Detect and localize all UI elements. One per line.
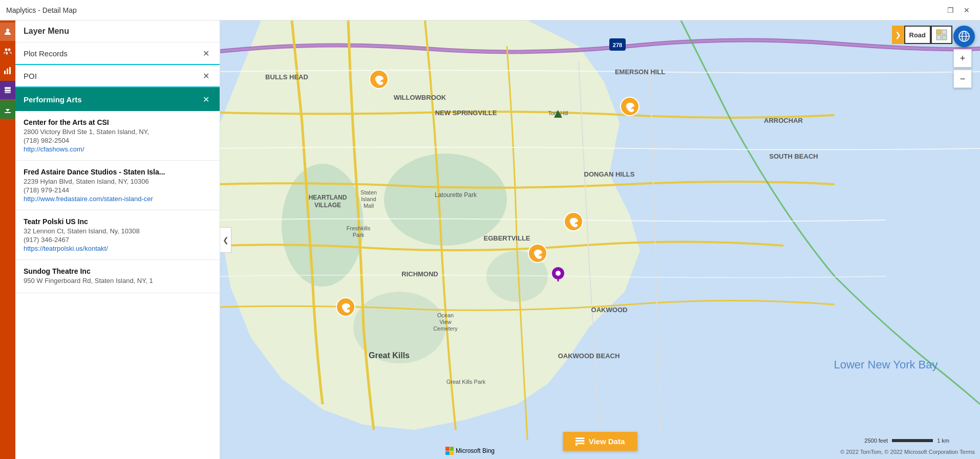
svg-text:OAKWOOD: OAKWOOD <box>591 306 628 314</box>
poi-item-url[interactable]: https://teatrpolski.us/kontakt/ <box>24 245 211 252</box>
sidebar-icon-person[interactable] <box>0 23 15 41</box>
svg-rect-7 <box>5 90 11 92</box>
svg-text:DONGAN HILLS: DONGAN HILLS <box>584 170 635 178</box>
collapse-panel-button[interactable]: ❮ <box>220 227 231 253</box>
svg-text:Cemetery: Cemetery <box>433 325 458 332</box>
svg-text:HEARTLAND: HEARTLAND <box>309 194 347 201</box>
layer-menu-title: Layer Menu <box>24 27 69 35</box>
svg-rect-4 <box>7 69 8 74</box>
svg-text:Ocean: Ocean <box>437 312 454 318</box>
layer-menu-header: Layer Menu <box>15 20 220 42</box>
scale-2500ft-label: 2500 feet <box>864 438 888 444</box>
map-area[interactable]: 278 Lower New York Bay BULLS HEAD WILLOW… <box>220 20 980 459</box>
svg-text:SOUTH BEACH: SOUTH BEACH <box>769 152 818 160</box>
svg-rect-3 <box>4 71 6 74</box>
map-background: 278 Lower New York Bay BULLS HEAD WILLOW… <box>220 20 980 459</box>
sidebar-icon-group[interactable] <box>0 42 15 60</box>
poi-item: Center for the Arts at CSI 2800 Victory … <box>15 111 220 161</box>
plot-records-label: Plot Records <box>24 49 68 58</box>
map-type-icon[interactable] <box>931 26 952 44</box>
svg-text:BULLS HEAD: BULLS HEAD <box>265 73 308 81</box>
svg-text:ARROCHAR: ARROCHAR <box>764 117 803 124</box>
copyright-text: © 2022 TomTom, © 2022 Microsoft Corporat… <box>840 449 975 455</box>
svg-rect-59 <box>576 440 585 442</box>
scale-1km-label: 1 km <box>937 438 949 444</box>
svg-text:EMERSON HILL: EMERSON HILL <box>615 68 665 76</box>
poi-item-name: Center for the Arts at CSI <box>24 118 211 126</box>
plot-records-close-button[interactable]: ✕ <box>200 48 211 59</box>
sidebar-icon-download[interactable] <box>0 100 15 119</box>
close-button[interactable]: ✕ <box>960 3 974 17</box>
performing-arts-close-button[interactable]: ✕ <box>200 94 211 105</box>
title-bar: Maplytics - Detail Map ❐ ✕ <box>0 0 980 20</box>
svg-rect-58 <box>576 438 585 439</box>
svg-rect-54 <box>936 35 941 40</box>
svg-text:Latourette Park: Latourette Park <box>435 191 477 199</box>
main-layout: Layer Menu Plot Records ✕ POI ✕ Performi… <box>0 20 980 459</box>
view-data-label: View Data <box>589 437 625 446</box>
zoom-in-button[interactable]: + <box>953 49 972 68</box>
plot-records-row: Plot Records ✕ <box>15 42 220 65</box>
poi-item-address: 2800 Victory Blvd Ste 1, Staten Island, … <box>24 128 211 136</box>
poi-item-name: Sundog Theatre Inc <box>24 267 211 275</box>
poi-item-name: Teatr Polski US Inc <box>24 217 211 226</box>
poi-row: POI ✕ <box>15 65 220 88</box>
poi-item-phone: (718) 979-2144 <box>24 186 211 194</box>
title-bar-content: Maplytics - Detail Map <box>6 6 77 14</box>
svg-point-2 <box>8 49 11 51</box>
svg-text:EGBERTVILLE: EGBERTVILLE <box>483 234 530 242</box>
svg-point-1 <box>5 49 8 51</box>
svg-rect-60 <box>576 443 585 444</box>
poi-label: POI <box>24 72 37 80</box>
sidebar-icon-chart[interactable] <box>0 61 15 80</box>
poi-list: Center for the Arts at CSI 2800 Victory … <box>15 111 220 459</box>
svg-rect-55 <box>942 35 947 40</box>
svg-text:VILLAGE: VILLAGE <box>314 202 341 209</box>
svg-text:Lower New York Bay: Lower New York Bay <box>834 358 938 371</box>
expand-arrow-button[interactable]: ❯ <box>892 26 904 44</box>
poi-item-url[interactable]: http://cfashows.com/ <box>24 145 211 153</box>
svg-point-51 <box>556 271 561 276</box>
poi-item: Teatr Polski US Inc 32 Lennon Ct, Staten… <box>15 210 220 260</box>
svg-text:Great Kills: Great Kills <box>369 351 410 360</box>
poi-item-address: 32 Lennon Ct, Staten Island, Ny, 10308 <box>24 227 211 235</box>
svg-point-13 <box>384 154 507 246</box>
map-controls: + − <box>953 26 975 88</box>
sidebar-icon-layers[interactable] <box>0 81 15 99</box>
poi-item: Sundog Theatre Inc 950 W Fingerboard Rd,… <box>15 260 220 293</box>
road-control: ❯ Road <box>892 26 953 44</box>
road-view-button[interactable]: Road <box>904 26 931 44</box>
scale-bar-feet <box>892 439 933 442</box>
poi-item-name: Fred Astaire Dance Studios - Staten Isla… <box>24 168 211 176</box>
zoom-out-button[interactable]: − <box>953 70 972 88</box>
svg-point-0 <box>6 29 9 32</box>
microsoft-logo <box>445 447 454 455</box>
svg-text:WILLOWBROOK: WILLOWBROOK <box>394 94 446 101</box>
poi-item-url[interactable]: http://www.fredastaire.com/staten-island… <box>24 195 211 203</box>
poi-close-button[interactable]: ✕ <box>200 70 211 81</box>
svg-text:RICHMOND: RICHMOND <box>401 270 438 278</box>
svg-text:View: View <box>439 319 452 325</box>
performing-arts-header: Performing Arts ✕ <box>15 88 220 111</box>
svg-text:Island: Island <box>361 196 376 202</box>
poi-item-address: 2239 Hylan Blvd, Staten Island, NY, 1030… <box>24 178 211 185</box>
globe-button[interactable] <box>953 26 975 47</box>
svg-text:Mall: Mall <box>364 203 374 209</box>
svg-rect-52 <box>936 30 941 34</box>
scale-bar: 2500 feet 1 km <box>864 438 949 444</box>
svg-rect-61 <box>576 444 578 446</box>
poi-item-address: 950 W Fingerboard Rd, Staten Island, NY,… <box>24 277 211 285</box>
svg-rect-9 <box>5 112 11 113</box>
app-title: Maplytics - Detail Map <box>6 6 77 14</box>
bing-logo: Microsoft Bing <box>445 447 495 455</box>
sidebar-icons <box>0 20 15 459</box>
svg-text:Freshkills: Freshkills <box>347 225 371 231</box>
poi-item-phone: (718) 982-2504 <box>24 137 211 144</box>
performing-arts-title: Performing Arts <box>24 95 82 104</box>
svg-rect-5 <box>9 67 11 74</box>
poi-item: Fred Astaire Dance Studios - Staten Isla… <box>15 161 220 210</box>
poi-item-phone: (917) 346-2467 <box>24 236 211 244</box>
restore-button[interactable]: ❐ <box>943 3 957 17</box>
view-data-button[interactable]: View Data <box>563 432 637 451</box>
svg-text:Park: Park <box>353 232 365 238</box>
